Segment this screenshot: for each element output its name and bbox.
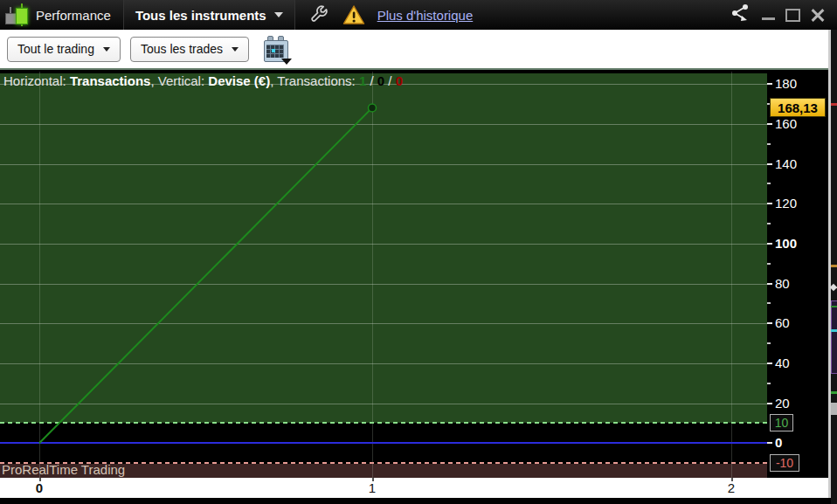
x-tick-label: 0 [36, 480, 43, 495]
wrench-icon[interactable] [309, 5, 329, 24]
window-title: Performance [36, 8, 111, 23]
window-bottom-edge [0, 498, 837, 504]
y-tick [767, 283, 772, 285]
minimize-icon[interactable] [762, 17, 775, 20]
y-minor-tick [767, 143, 771, 145]
background-window-fragment [831, 30, 837, 504]
chevron-down-icon [103, 47, 110, 52]
maximize-icon[interactable] [785, 9, 800, 22]
share-icon[interactable] [730, 3, 751, 26]
trades-filter-label: Tous les trades [141, 42, 223, 56]
candlestick-icon [4, 3, 29, 26]
trading-scope-dropdown[interactable]: Tout le trading [7, 37, 121, 62]
equity-curve [0, 72, 767, 478]
y-tick-label: 180 [775, 76, 797, 91]
watermark: ProRealTime Trading [2, 462, 125, 477]
chevron-down-icon [274, 12, 283, 17]
y-tick-label: 100 [775, 236, 797, 251]
x-tick-label: 1 [369, 480, 376, 495]
warning-icon[interactable] [342, 4, 365, 25]
y-tick-label: 0 [775, 435, 782, 450]
y-tick [767, 362, 772, 364]
y-minor-tick [767, 183, 771, 184]
y-tick-label: 120 [775, 196, 797, 211]
y-tick-label: 80 [775, 276, 790, 291]
y-tick-label: 140 [775, 156, 797, 171]
calendar-icon[interactable] [262, 35, 290, 63]
y-minor-tick [767, 342, 771, 344]
flat-trades-count: 0 [377, 73, 384, 88]
filters-toolbar: Tout le trading Tous les trades [0, 30, 831, 70]
instruments-menu-button[interactable]: Tous les instruments [123, 0, 295, 30]
more-history-link[interactable]: Plus d'historique [377, 8, 474, 23]
y-minor-tick [767, 223, 771, 224]
y-tick [767, 322, 772, 324]
instruments-menu-label: Tous les instruments [135, 8, 266, 23]
current-value-badge: 168,13 [770, 98, 826, 117]
y-minor-tick [767, 263, 771, 265]
trading-scope-label: Tout le trading [17, 42, 94, 56]
chevron-down-icon [232, 47, 239, 52]
close-icon[interactable] [811, 8, 825, 22]
last-data-point [369, 104, 377, 112]
trades-filter-dropdown[interactable]: Tous les trades [130, 37, 249, 62]
winning-trades-count: 1 [359, 73, 366, 88]
y-tick [767, 123, 772, 125]
y-tick [767, 83, 772, 85]
y-tick [767, 403, 772, 404]
y-tick-label: 60 [775, 315, 790, 330]
window-controls [730, 3, 825, 26]
y-tick [767, 442, 772, 444]
upper-threshold-badge: 10 [770, 414, 793, 432]
performance-chart[interactable]: Horizontal: Transactions, Vertical: Devi… [0, 72, 767, 478]
y-minor-tick [767, 383, 771, 384]
y-tick-label: 40 [775, 356, 790, 370]
performance-window: Performance Tous les instruments Plus d'… [0, 0, 837, 504]
y-axis: 168,13 10 -10 180160140120100806040200 [767, 72, 828, 478]
lower-threshold-badge: -10 [770, 454, 799, 472]
losing-trades-count: 0 [396, 73, 403, 88]
y-tick [767, 163, 772, 165]
x-axis: 012 [0, 478, 831, 498]
y-tick-label: 160 [775, 116, 797, 131]
y-minor-tick [767, 302, 771, 304]
title-bar: Performance Tous les instruments Plus d'… [0, 0, 837, 30]
chart-legend: Horizontal: Transactions, Vertical: Devi… [3, 73, 403, 88]
y-tick [767, 203, 772, 204]
y-tick [767, 243, 772, 245]
x-tick-label: 2 [728, 480, 735, 495]
y-tick-label: 20 [775, 396, 790, 411]
